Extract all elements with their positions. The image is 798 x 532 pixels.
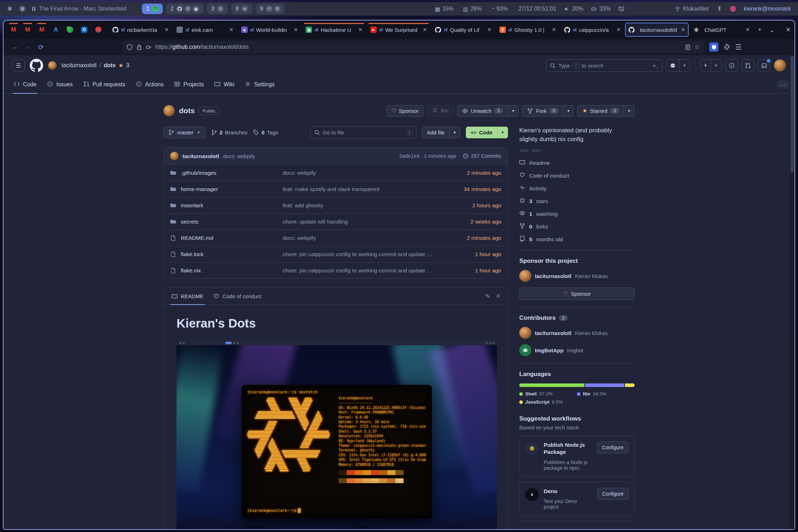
language-legend-item[interactable]: JavaScript 8.5%: [519, 399, 577, 405]
branch-selector[interactable]: master ▼: [163, 127, 206, 138]
tab-close-icon[interactable]: ✕: [744, 27, 750, 33]
reload-button[interactable]: ⟳: [35, 41, 47, 53]
pull-requests-header-icon[interactable]: [741, 59, 754, 72]
contributor-login[interactable]: ImgBotApp: [535, 347, 563, 353]
code-caret[interactable]: ▼: [497, 127, 508, 138]
file-commit-message[interactable]: chore: pin catppuccin config to working …: [283, 267, 438, 274]
about-info-item[interactable]: 3 stars: [519, 197, 635, 205]
tab-readme[interactable]: README: [167, 288, 208, 305]
clock-module[interactable]: 27/12 00:51:01: [519, 6, 556, 12]
pinned-tab[interactable]: A: [50, 23, 62, 37]
file-row[interactable]: .github/images docs: webpify 2 minutes a…: [164, 164, 508, 181]
file-name[interactable]: .github/images: [181, 170, 216, 176]
create-new-caret[interactable]: ▼: [711, 60, 721, 71]
workspace-pill[interactable]: 8 ✦: [231, 4, 252, 14]
tab-close-icon[interactable]: ✕: [357, 27, 363, 33]
new-tab-button[interactable]: +: [754, 23, 766, 36]
nav-actions[interactable]: Actions: [131, 76, 168, 93]
contributor-row[interactable]: ImgBotApp Imgbot: [519, 344, 635, 356]
latest-commit-row[interactable]: taciturnaxolotl docs: webpify 5ade1e4 · …: [164, 148, 508, 164]
file-name[interactable]: home-manager: [181, 186, 218, 192]
commit-message[interactable]: docs: webpify: [223, 153, 255, 159]
commit-sha-time[interactable]: 5ade1e4 · 2 minutes ago: [399, 153, 456, 159]
topic-tag[interactable]: [519, 149, 528, 152]
outline-icon[interactable]: ≡: [497, 293, 500, 300]
starred-button[interactable]: ★ Starred 3: [577, 105, 624, 117]
url-bar[interactable]: https://github.com/taciturnaxolotl/dots …: [122, 41, 704, 53]
file-name[interactable]: flake.lock: [181, 251, 204, 258]
branches-link[interactable]: 2 Branches: [211, 129, 248, 135]
browser-tab[interactable]: zZ eink.cam ✕: [173, 23, 237, 37]
notifications-inbox-icon[interactable]: [758, 59, 770, 72]
fork-button[interactable]: Fork 0: [522, 105, 563, 117]
file-commit-message[interactable]: docs: webpify: [283, 235, 438, 241]
workspace-pill[interactable]: 2 ?▣: [166, 4, 203, 14]
tab-close-icon[interactable]: ✕: [163, 27, 169, 33]
sponsor-button[interactable]: ♡ Sponsor: [386, 105, 423, 117]
media-player[interactable]: The Final Arrow - Marc Streitenfeld: [32, 6, 126, 12]
repo-owner-avatar[interactable]: [163, 105, 175, 116]
unwatch-button[interactable]: Unwatch 1: [457, 105, 508, 117]
waybar-stat-module[interactable]: ◔ 93%: [491, 6, 508, 12]
add-file-button[interactable]: Add file: [422, 127, 450, 138]
breadcrumb-repo[interactable]: dots: [104, 62, 116, 69]
github-logo[interactable]: [30, 59, 43, 72]
browser-tab[interactable]: Y zZ Ghostty 1.0 | ✕: [496, 23, 560, 37]
about-info-item[interactable]: 5 months old: [519, 236, 635, 243]
file-name[interactable]: README.md: [181, 235, 213, 241]
workspace-pill[interactable]: 1: [142, 4, 163, 14]
commit-history-link[interactable]: 257 Commits: [463, 153, 501, 159]
nav-projects[interactable]: Projects: [169, 76, 208, 93]
nav-settings[interactable]: Settings: [240, 76, 279, 93]
about-info-item[interactable]: Activity: [519, 185, 635, 192]
network-module[interactable]: KlukasNet: [675, 6, 709, 12]
configure-button[interactable]: Configure: [597, 441, 629, 453]
sponsor-user-row[interactable]: taciturnaxolotl Kieran Klukas: [519, 270, 635, 282]
nav-overflow-button[interactable]: ···: [777, 80, 789, 89]
language-segment-nix[interactable]: [585, 383, 624, 387]
readme-screenshot-image[interactable]: [kierank@moonlark:~]$ neofetch ▗▄▄▄ ▗▄▄▄…: [177, 340, 497, 529]
file-row[interactable]: home-manager feat: make spotify and slac…: [164, 181, 508, 197]
pinned-tab[interactable]: M: [7, 23, 20, 37]
global-search-input[interactable]: Type / to search >_: [546, 59, 663, 72]
contributor-row[interactable]: taciturnaxolotl Kieran Klukas: [519, 327, 635, 339]
pinned-tab[interactable]: [64, 23, 76, 37]
add-file-caret[interactable]: ▼: [450, 127, 460, 138]
copilot-caret[interactable]: ▼: [679, 60, 690, 71]
language-legend-item[interactable]: Shell 57.2%: [519, 391, 577, 397]
copilot-chat-icon[interactable]: >_: [649, 63, 659, 68]
tab-close-icon[interactable]: ✕: [550, 27, 556, 33]
file-name[interactable]: moonlark: [181, 202, 203, 209]
browser-tab[interactable]: ◈ zZ World-buildin ✕: [238, 23, 301, 37]
commit-author-avatar[interactable]: [170, 152, 179, 160]
bluetooth-icon[interactable]: [716, 5, 722, 12]
file-row[interactable]: moonlark feat: add ghostty 2 hours ago: [164, 197, 508, 213]
create-new-button[interactable]: + ▼: [700, 59, 722, 72]
forward-button[interactable]: →: [22, 41, 35, 53]
star-caret[interactable]: ▼: [624, 105, 635, 117]
browser-tab[interactable]: taciturnaxolotl/d ✕: [625, 23, 689, 37]
waybar-stat-module[interactable]: ▥ 28%: [463, 6, 482, 12]
browser-tab[interactable]: zZ Quality of Lif ✕: [431, 23, 495, 37]
contributor-login[interactable]: taciturnaxolotl: [535, 330, 571, 336]
watch-caret[interactable]: ▼: [508, 105, 519, 117]
battery-module[interactable]: 33%: [591, 6, 611, 12]
tracking-shield-icon[interactable]: [127, 44, 133, 50]
breadcrumb-owner[interactable]: taciturnaxolotl: [62, 62, 97, 69]
repo-title[interactable]: dots: [179, 106, 195, 115]
extensions-icon[interactable]: [723, 44, 730, 51]
tab-close-icon[interactable]: ✕: [292, 27, 298, 33]
scrollbar-thumb[interactable]: [791, 56, 794, 173]
nav-pull-requests[interactable]: Pull requests: [79, 76, 130, 93]
idle-inhibitor[interactable]: [618, 6, 624, 12]
workspace-pill[interactable]: 9 ◠?: [256, 4, 285, 14]
menu-button[interactable]: ☰: [735, 43, 742, 51]
pinned-tab[interactable]: [92, 23, 105, 37]
file-row[interactable]: flake.lock chore: pin catppuccin config …: [164, 246, 508, 262]
nav-code[interactable]: Code: [9, 76, 41, 93]
language-segment-shell[interactable]: [519, 383, 584, 387]
browser-tab[interactable]: zZ catppuccin/a ✕: [560, 23, 624, 37]
nixos-icon[interactable]: ❄: [7, 5, 12, 13]
tab-code-of-conduct[interactable]: Code of conduct: [208, 288, 266, 305]
language-legend-item[interactable]: Nix 34.3%: [577, 391, 635, 397]
